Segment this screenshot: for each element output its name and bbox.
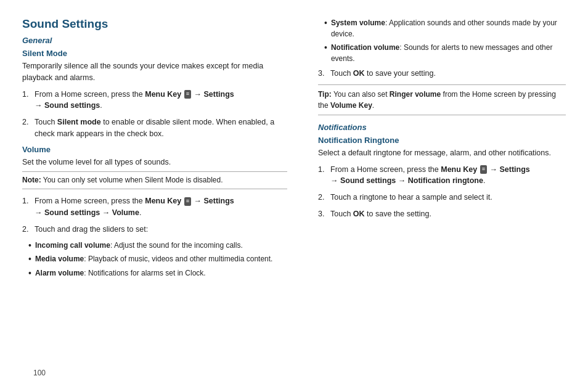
volume-title: Volume <box>22 145 287 154</box>
sound-settings-label: Sound settings <box>44 208 100 217</box>
silent-mode-steps: 1. From a Home screen, press the Menu Ke… <box>22 89 287 140</box>
notif-step-2: 2. Touch a ringtone to hear a sample and… <box>318 192 566 203</box>
bullet-text: System volume: Application sounds and ot… <box>331 17 566 39</box>
volume-label: Volume <box>112 208 139 217</box>
bullet-text: Notification volume: Sounds for alerts t… <box>331 42 566 64</box>
right-step3: 3. Touch OK to save your setting. <box>318 68 566 80</box>
step-content: Touch OK to save your setting. <box>330 68 566 80</box>
volume-description: Set the volume level for all types of so… <box>22 157 287 168</box>
notification-ringtone-title: Notification Ringtone <box>318 136 566 145</box>
bullet-text: Alarm volume: Notifications for alarms s… <box>35 267 206 279</box>
menu-key-icon: ≡ <box>480 165 487 174</box>
menu-key-label: Menu Key <box>145 90 181 99</box>
step-content: From a Home screen, press the Menu Key ≡… <box>35 195 287 219</box>
notif-step-1: 1. From a Home screen, press the Menu Ke… <box>318 164 566 187</box>
silent-mode-step-1: 1. From a Home screen, press the Menu Ke… <box>22 89 287 112</box>
note-text: Note: You can only set volume when Silen… <box>22 176 223 184</box>
silent-mode-description: Temporarily silence all the sounds your … <box>22 60 287 84</box>
menu-key-icon: ≡ <box>184 90 191 99</box>
step-content: From a Home screen, press the Menu Key ≡… <box>330 164 566 187</box>
step-number: 2. <box>318 192 330 203</box>
left-column: Sound Settings General Silent Mode Tempo… <box>22 17 306 375</box>
step-content: From a Home screen, press the Menu Key ≡… <box>35 89 287 112</box>
volume-step-2: 2. Touch and drag the sliders to set: <box>22 224 287 235</box>
step-number: 1. <box>22 195 35 207</box>
page-title: Sound Settings <box>22 17 287 31</box>
note-box: Note: You can only set volume when Silen… <box>22 171 287 189</box>
tip-box: Tip: You can also set Ringer volume from… <box>318 84 566 115</box>
settings-label: Settings <box>203 90 234 99</box>
step-content: Touch and drag the sliders to set: <box>35 224 287 235</box>
silent-mode-step-2: 2. Touch Silent mode to enable or disabl… <box>22 116 287 140</box>
menu-key-icon: ≡ <box>184 197 191 206</box>
volume-bullets: Incoming call volume: Adjust the sound f… <box>22 240 287 279</box>
notification-ringtone-description: Select a default ringtone for message, a… <box>318 147 566 159</box>
bullet-system: System volume: Application sounds and ot… <box>324 17 566 39</box>
step-number: 1. <box>22 89 35 100</box>
notification-ringtone-steps: 1. From a Home screen, press the Menu Ke… <box>318 164 566 220</box>
step-content: Touch a ringtone to hear a sample and se… <box>330 192 566 203</box>
step-number: 2. <box>22 224 35 235</box>
step-content: Touch Silent mode to enable or disable s… <box>35 116 287 140</box>
sound-settings-label: Sound settings <box>44 101 100 110</box>
right-column: System volume: Application sounds and ot… <box>306 17 566 375</box>
step-number: 3. <box>318 68 330 80</box>
right-bullets: System volume: Application sounds and ot… <box>318 17 566 64</box>
bullet-text: Media volume: Playback of music, videos … <box>35 253 273 264</box>
general-section-title: General <box>22 36 287 45</box>
bullet-alarm: Alarm volume: Notifications for alarms s… <box>28 267 287 279</box>
step-number: 1. <box>318 164 330 176</box>
volume-steps: 1. From a Home screen, press the Menu Ke… <box>22 195 287 235</box>
right-step-3: 3. Touch OK to save your setting. <box>318 68 566 80</box>
tip-text: Tip: You can also set Ringer volume from… <box>318 90 556 110</box>
volume-step-1: 1. From a Home screen, press the Menu Ke… <box>22 195 287 219</box>
silent-mode-title: Silent Mode <box>22 49 287 58</box>
step-number: 3. <box>318 208 330 220</box>
notifications-title: Notifications <box>318 123 566 132</box>
bullet-text: Incoming call volume: Adjust the sound f… <box>35 240 243 251</box>
silent-mode-bold: Silent mode <box>57 118 101 126</box>
settings-label: Settings <box>203 197 234 205</box>
bullet-notification-vol: Notification volume: Sounds for alerts t… <box>324 42 566 64</box>
step-number: 2. <box>22 116 35 128</box>
menu-key-label: Menu Key <box>145 197 181 205</box>
notif-step-3: 3. Touch OK to save the setting. <box>318 208 566 220</box>
bullet-media: Media volume: Playback of music, videos … <box>28 253 287 264</box>
page-number: 100 <box>33 369 46 377</box>
bullet-incoming: Incoming call volume: Adjust the sound f… <box>28 240 287 251</box>
step-content: Touch OK to save the setting. <box>330 208 566 220</box>
